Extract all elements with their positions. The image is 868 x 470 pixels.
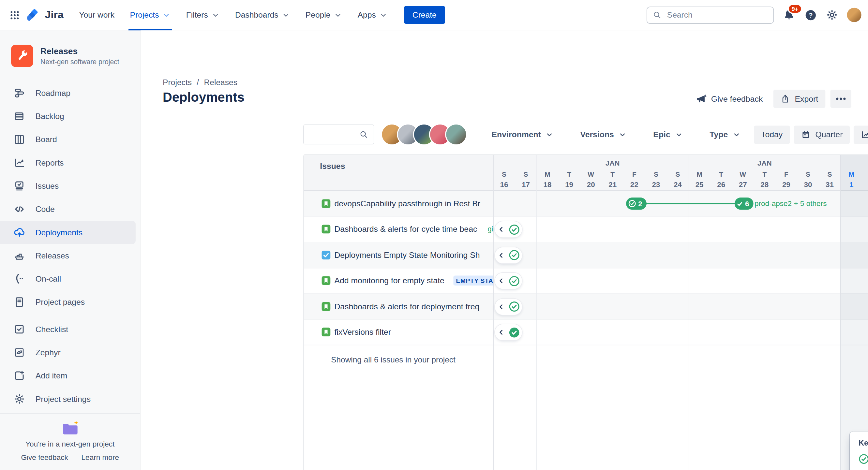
day-letter: S [645, 170, 667, 181]
filter-dropdown-type[interactable]: Type [710, 130, 741, 139]
next-gen-message: You're in a next-gen project [25, 440, 115, 448]
sidebar-item-label: Project pages [35, 297, 85, 306]
quarter-button[interactable]: Quarter [794, 125, 850, 144]
create-button[interactable]: Create [404, 6, 445, 24]
nav-item-people[interactable]: People [306, 0, 342, 30]
issues-search[interactable] [303, 125, 374, 145]
sidebar-give-feedback-link[interactable]: Give feedback [21, 453, 68, 461]
issue-cell[interactable]: Dashboards & alerts for cycle time beac [304, 217, 493, 242]
sidebar-item-issues[interactable]: Issues [0, 175, 136, 197]
sidebar-item-add-item[interactable]: Add item [0, 364, 136, 387]
day-letter: S [515, 170, 537, 181]
avatar-5[interactable] [446, 125, 466, 145]
week-group: JANM18T19W20T21F22S23S24 [537, 155, 689, 190]
day-column: S23 [645, 170, 667, 190]
month-label [493, 155, 537, 170]
breadcrumb-separator: / [197, 78, 199, 87]
member-avatars [382, 125, 466, 145]
issue-cell[interactable]: Add monitoring for empty stateEMPTY STAT… [304, 268, 493, 293]
chevron-down-icon [211, 11, 219, 19]
issues-search-input[interactable] [309, 129, 359, 139]
day-number: 2 [862, 180, 868, 188]
collapsed-deployments-pill[interactable] [495, 222, 522, 238]
sidebar-item-board[interactable]: Board [0, 128, 136, 151]
insights-button[interactable]: Insights [854, 125, 868, 144]
sidebar-item-code[interactable]: Code [0, 197, 136, 221]
project-sidebar: Releases Next-gen software project Roadm… [0, 30, 141, 470]
issue-cell[interactable]: Deployments Empty State Monitoring Sh [304, 243, 493, 268]
sidebar-item-deployments[interactable]: Deployments [0, 221, 136, 244]
issue-cell[interactable]: fixVersions filter [304, 319, 493, 345]
nav-item-filters[interactable]: Filters [186, 0, 220, 30]
breadcrumb-releases[interactable]: Releases [204, 78, 237, 87]
filter-dropdown-epic[interactable]: Epic [653, 130, 683, 139]
sidebar-item-zephyr[interactable]: Zephyr [0, 341, 136, 364]
help-icon[interactable]: ? [804, 8, 817, 21]
app-switcher-icon[interactable] [10, 10, 20, 20]
day-column: S16 [493, 170, 515, 190]
day-letter: F [775, 170, 797, 181]
sidebar-item-on-call[interactable]: On-call [0, 267, 136, 290]
sidebar-item-roadmap[interactable]: Roadmap [0, 82, 136, 105]
give-feedback-button[interactable]: Give feedback [690, 90, 768, 108]
day-column: F22 [623, 170, 645, 190]
nav-item-dashboards[interactable]: Dashboards [235, 0, 290, 30]
key-entry: Non-production deployment [859, 454, 868, 464]
sidebar-item-label: Releases [35, 251, 69, 260]
filter-dropdown-label: Versions [580, 130, 614, 139]
issue-cell[interactable]: devopsCapability passthrough in Rest Br [304, 191, 493, 216]
nav-item-label: Apps [358, 10, 376, 19]
filter-dropdown-environment[interactable]: Environment [492, 130, 554, 139]
ellipsis-icon [836, 97, 846, 100]
jira-logo[interactable]: Jira [27, 8, 64, 21]
non-production-deployment-icon [508, 275, 520, 286]
day-letter: T [862, 170, 868, 181]
chevron-left-icon [497, 252, 504, 259]
top-navigation: Jira Your workProjectsFiltersDashboardsP… [0, 0, 868, 30]
breadcrumb-projects[interactable]: Projects [163, 78, 192, 87]
sidebar-item-checklist[interactable]: Checklist [0, 317, 136, 341]
day-letter: F [623, 170, 645, 181]
project-header[interactable]: Releases Next-gen software project [0, 30, 140, 77]
issue-title: Deployments Empty State Monitoring Sh [334, 251, 479, 259]
nav-item-label: Projects [130, 10, 159, 19]
more-actions-button[interactable] [831, 90, 852, 108]
gear-icon[interactable] [826, 9, 838, 21]
day-number: 17 [515, 180, 537, 188]
global-search-input[interactable] [666, 10, 768, 20]
nav-item-projects[interactable]: Projects [130, 0, 171, 30]
collapsed-deployments-pill[interactable] [495, 247, 522, 263]
sidebar-learn-more-link[interactable]: Learn more [82, 453, 119, 461]
day-letter: T [601, 170, 623, 181]
zephyr-icon [13, 346, 25, 358]
day-column: M25 [689, 170, 711, 190]
issue-cell[interactable]: Dashboards & alerts for deployment freq [304, 294, 493, 319]
user-avatar[interactable] [847, 8, 861, 22]
nav-item-your-work[interactable]: Your work [79, 0, 115, 30]
deployment-marker[interactable]: 6 [735, 198, 753, 210]
sidebar-item-reports[interactable]: Reports [0, 151, 136, 174]
today-button[interactable]: Today [754, 125, 790, 144]
filter-dropdown-versions[interactable]: Versions [580, 130, 627, 139]
nav-item-apps[interactable]: Apps [358, 0, 388, 30]
issue-title: devopsCapability passthrough in Rest Br [334, 199, 480, 208]
global-search[interactable] [647, 6, 774, 24]
sidebar-item-project-pages[interactable]: Project pages [0, 290, 136, 314]
collapsed-deployments-pill[interactable] [495, 273, 522, 289]
collapsed-deployments-pill[interactable] [495, 299, 522, 315]
sidebar-item-project-settings[interactable]: Project settings [0, 387, 136, 410]
day-letter: S [667, 170, 689, 181]
day-letter: W [580, 170, 602, 181]
issue-title: Dashboards & alerts for cycle time beac [334, 225, 477, 234]
issue-rows: devopsCapability passthrough in Rest BrD… [304, 191, 868, 345]
chevron-left-icon [497, 226, 504, 233]
collapsed-deployments-pill[interactable] [495, 324, 522, 340]
sidebar-item-label: Roadmap [35, 89, 70, 97]
deployment-marker[interactable]: 2 [626, 198, 647, 210]
export-button[interactable]: Export [773, 90, 825, 108]
day-column: M18 [537, 170, 559, 190]
backlog-icon [13, 110, 25, 122]
notifications-button[interactable]: 9+ [783, 8, 796, 21]
sidebar-item-releases[interactable]: Releases [0, 244, 136, 267]
sidebar-item-backlog[interactable]: Backlog [0, 105, 136, 128]
